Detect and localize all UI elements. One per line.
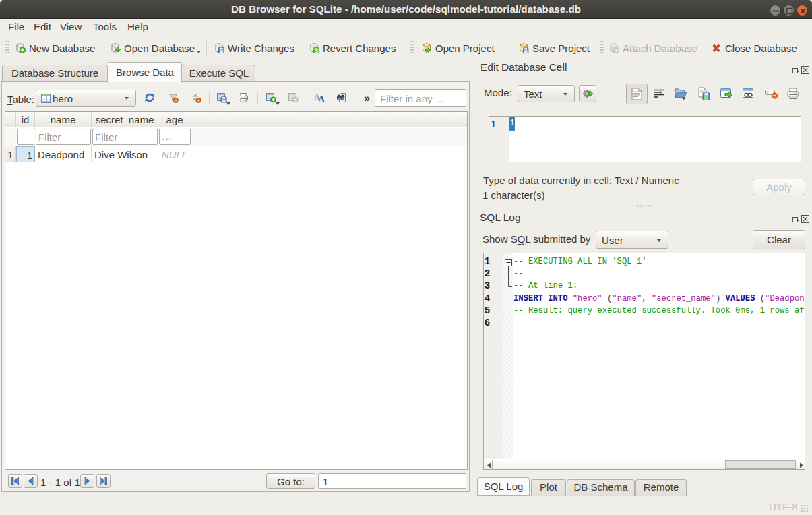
svg-text:A: A bbox=[318, 94, 325, 103]
